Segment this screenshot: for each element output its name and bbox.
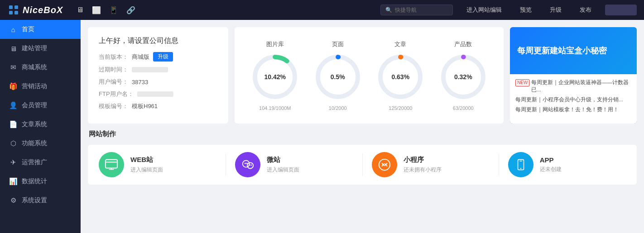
- search-icon: 🔍: [385, 7, 392, 13]
- make-text-web: WEB站 进入编辑页面: [130, 156, 163, 174]
- sidebar-item-home[interactable]: ⌂ 首页: [0, 20, 81, 39]
- news-item-1[interactable]: 每周更新｜小程序会员中心升级，支持分销...: [515, 96, 631, 103]
- template-value: 模板H961: [132, 102, 158, 110]
- sidebar: ⌂ 首页 🖥 建站管理 ✉ 商城系统 🎁 营销活动 👤 会员管理 📄 文章系统 …: [0, 20, 81, 233]
- stats-card: 图片库 10.42% 104.19/1000M 页面 0.5% 10/2000 …: [235, 27, 504, 124]
- version-value: 商城版: [132, 53, 149, 61]
- gauge-sub: 125/20000: [389, 105, 412, 111]
- search-input[interactable]: [395, 7, 449, 13]
- svg-point-8: [243, 161, 250, 167]
- logo-icon: [7, 4, 20, 16]
- sidebar-label-articles: 文章系统: [22, 120, 47, 128]
- gauge-item-产品数: 产品数 0.32% 63/20000: [438, 40, 488, 111]
- sidebar-icon-members: 👤: [9, 101, 17, 109]
- make-icon-mini: [372, 152, 397, 177]
- gauge-container: 0.32%: [438, 52, 488, 102]
- info-card: 上午好，请设置公司信息 当前版本： 商城版 升级 过期时间： 用户编号： 387…: [88, 27, 228, 124]
- sidebar-icon-home: ⌂: [9, 25, 17, 33]
- gauge-item-页面: 页面 0.5% 10/2000: [313, 40, 363, 111]
- make-item-mini[interactable]: 小程序 还未拥有小程序: [372, 152, 490, 177]
- make-text-mini: 小程序 还未拥有小程序: [404, 156, 442, 174]
- sidebar-icon-functions: ⬡: [9, 139, 17, 147]
- publish-btn[interactable]: 发布: [575, 6, 596, 14]
- sidebar-item-operations[interactable]: ✈ 运营推广: [0, 153, 81, 172]
- make-text-weixin: 微站 进入编辑页面: [267, 156, 299, 174]
- nav-icons: 🖥 ⬜ 📱 🔗: [77, 6, 135, 14]
- userid-label: 用户编号：: [99, 78, 128, 86]
- gauge-value: 0.63%: [391, 73, 409, 81]
- make-desc-web: 进入编辑页面: [130, 166, 163, 174]
- gauge-container: 0.5%: [313, 52, 363, 102]
- news-item-0[interactable]: NEW每周更新｜企业网站装逼神器——计数器已...: [515, 79, 631, 93]
- edit-site-btn[interactable]: 进入网站编辑: [462, 6, 506, 14]
- make-item-web[interactable]: WEB站 进入编辑页面: [99, 152, 216, 177]
- sidebar-item-settings[interactable]: ⚙ 系统设置: [0, 191, 81, 210]
- make-divider: [226, 153, 226, 176]
- gauge-value: 0.32%: [454, 73, 472, 81]
- sidebar-item-members[interactable]: 👤 会员管理: [0, 96, 81, 115]
- sidebar-icon-settings: ⚙: [9, 196, 17, 204]
- svg-rect-0: [9, 5, 13, 9]
- sidebar-item-site[interactable]: 🖥 建站管理: [0, 39, 81, 58]
- sidebar-item-functions[interactable]: ⬡ 功能系统: [0, 134, 81, 153]
- user-avatar[interactable]: [605, 5, 637, 15]
- stats-gauges: 图片库 10.42% 104.19/1000M 页面 0.5% 10/2000 …: [244, 34, 495, 116]
- news-item-2[interactable]: 每周更新｜网站模板拿！去！免！费！用！: [515, 106, 631, 113]
- version-row: 当前版本： 商城版 升级: [99, 52, 217, 62]
- make-item-weixin[interactable]: 微站 进入编辑页面: [235, 152, 353, 177]
- link-icon[interactable]: 🔗: [126, 6, 135, 14]
- sidebar-icon-stats: 📊: [9, 177, 17, 185]
- sidebar-icon-marketing: 🎁: [9, 82, 17, 90]
- ftp-label: FTP用户名：: [99, 90, 134, 98]
- gauge-sub: 10/2000: [329, 105, 347, 111]
- svg-rect-6: [109, 169, 114, 170]
- template-row: 模板编号： 模板H961: [99, 102, 217, 110]
- make-title-web: WEB站: [130, 156, 163, 164]
- gauge-value: 10.42%: [264, 73, 286, 81]
- make-title-weixin: 微站: [267, 156, 299, 164]
- sidebar-icon-shop: ✉: [9, 63, 17, 71]
- sidebar-label-shop: 商城系统: [22, 63, 47, 71]
- expire-value: [132, 67, 168, 72]
- logo-text: NiceBoX: [23, 5, 63, 15]
- upgrade-nav-btn[interactable]: 升级: [545, 6, 566, 14]
- svg-point-9: [247, 162, 253, 168]
- sidebar-icon-articles: 📄: [9, 120, 17, 128]
- svg-rect-4: [106, 160, 117, 168]
- gauge-label: 图片库: [266, 40, 284, 48]
- sidebar-label-stats: 数据统计: [22, 177, 47, 185]
- monitor-icon[interactable]: 🖥: [77, 6, 84, 14]
- sidebar-icon-operations: ✈: [9, 158, 17, 166]
- svg-point-12: [249, 165, 250, 166]
- make-row: WEB站 进入编辑页面 微站 进入编辑页面 小程序 还未拥有小程序 APP 还未…: [88, 145, 637, 185]
- tablet-icon[interactable]: ⬜: [92, 6, 101, 14]
- svg-point-17: [520, 168, 521, 169]
- svg-point-10: [245, 163, 246, 164]
- greeting: 上午好，请设置公司信息: [99, 36, 217, 46]
- mobile-icon[interactable]: 📱: [109, 6, 118, 14]
- sidebar-item-stats[interactable]: 📊 数据统计: [0, 172, 81, 191]
- make-title-mini: 小程序: [404, 156, 442, 164]
- sidebar-item-marketing[interactable]: 🎁 营销活动: [0, 77, 81, 96]
- gauge-label: 产品数: [454, 40, 472, 48]
- gauge-label: 文章: [394, 40, 406, 48]
- ftp-value: [137, 91, 173, 97]
- make-divider: [362, 153, 363, 176]
- content-area: 上午好，请设置公司信息 当前版本： 商城版 升级 过期时间： 用户编号： 387…: [81, 20, 644, 233]
- preview-btn[interactable]: 预览: [515, 6, 536, 14]
- userid-value: 38733: [132, 79, 148, 86]
- search-box[interactable]: 🔍: [380, 5, 453, 15]
- expire-label: 过期时间：: [99, 66, 128, 74]
- sidebar-item-articles[interactable]: 📄 文章系统: [0, 115, 81, 134]
- banner-top: 每周更新建站宝盒小秘密: [510, 27, 637, 74]
- make-divider: [499, 153, 499, 176]
- make-icon-web: [99, 152, 124, 177]
- make-item-app[interactable]: APP 还未创建: [508, 152, 626, 177]
- logo: NiceBoX: [7, 4, 63, 16]
- sidebar-item-shop[interactable]: ✉ 商城系统: [0, 58, 81, 77]
- make-icon-weixin: [235, 152, 260, 177]
- svg-point-13: [250, 165, 252, 166]
- gauge-item-文章: 文章 0.63% 125/20000: [375, 40, 425, 111]
- upgrade-btn[interactable]: 升级: [153, 52, 173, 62]
- section-title: 网站制作: [88, 130, 637, 138]
